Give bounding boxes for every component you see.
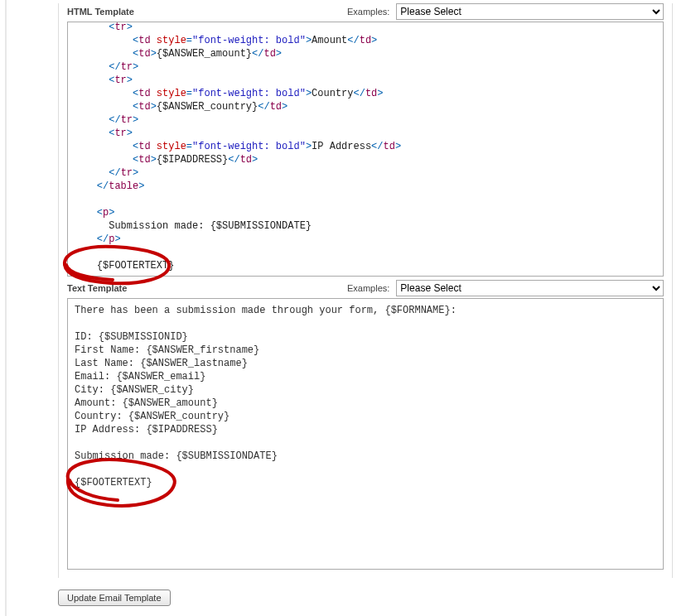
panel: HTML Template Examples: Please Select </…: [58, 3, 673, 578]
code-line: <td>{$ANSWER_amount}</td>: [73, 47, 646, 60]
code-line: </p>: [73, 233, 646, 246]
text-template-editor[interactable]: There has been a submission made through…: [67, 298, 664, 570]
text-examples-label: Examples:: [347, 283, 389, 293]
code-line: <td>{$ANSWER_country}</td>: [73, 100, 646, 113]
html-examples-label: Examples:: [347, 7, 389, 17]
code-line: <p>: [73, 206, 646, 219]
html-template-header: HTML Template Examples: Please Select: [67, 3, 664, 22]
code-line: [73, 193, 646, 206]
update-email-template-button[interactable]: Update Email Template: [58, 590, 171, 606]
code-line: </tr>: [73, 113, 646, 127]
button-row: Update Email Template: [58, 578, 673, 606]
code-line: <td style="font-weight: bold">Country</t…: [73, 87, 646, 100]
code-line: <td style="font-weight: bold">IP Address…: [73, 140, 646, 153]
code-line: <td style="font-weight: bold">Amount</td…: [73, 34, 646, 47]
code-line: {$FOOTERTEXT}: [73, 259, 646, 272]
code-line: <tr>: [73, 74, 646, 87]
code-line: <tr>: [73, 22, 646, 34]
html-template-title: HTML Template: [67, 7, 341, 17]
code-line: </table>: [73, 180, 646, 193]
code-line: <tr>: [73, 127, 646, 140]
left-accent: [5, 0, 7, 616]
code-line: </tr>: [73, 166, 646, 180]
code-line: [73, 246, 646, 259]
text-examples-select[interactable]: Please Select: [396, 280, 664, 296]
text-template-header: Text Template Examples: Please Select: [67, 280, 664, 298]
html-template-editor[interactable]: </tr> <tr> <td style="font-weight: bold"…: [67, 22, 664, 277]
code-line: Submission made: {$SUBMISSIONDATE}: [73, 219, 646, 233]
code-line: <td>{$IPADDRESS}</td>: [73, 153, 646, 166]
page-root: HTML Template Examples: Please Select </…: [0, 0, 691, 616]
text-template-title: Text Template: [67, 283, 341, 293]
html-examples-select[interactable]: Please Select: [396, 3, 664, 20]
code-line: </tr>: [73, 60, 646, 74]
